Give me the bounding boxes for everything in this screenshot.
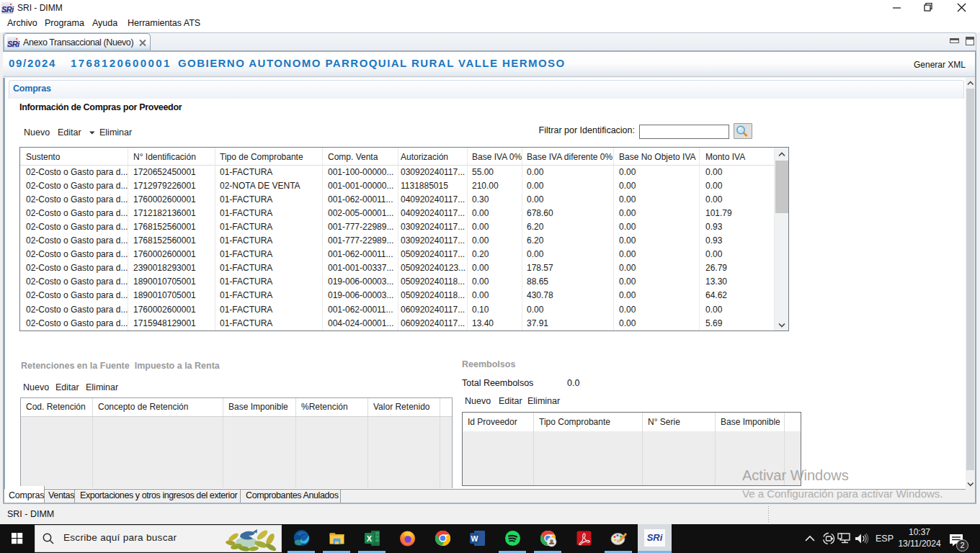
svg-text:W: W xyxy=(471,534,478,543)
svg-text:X: X xyxy=(367,534,373,543)
